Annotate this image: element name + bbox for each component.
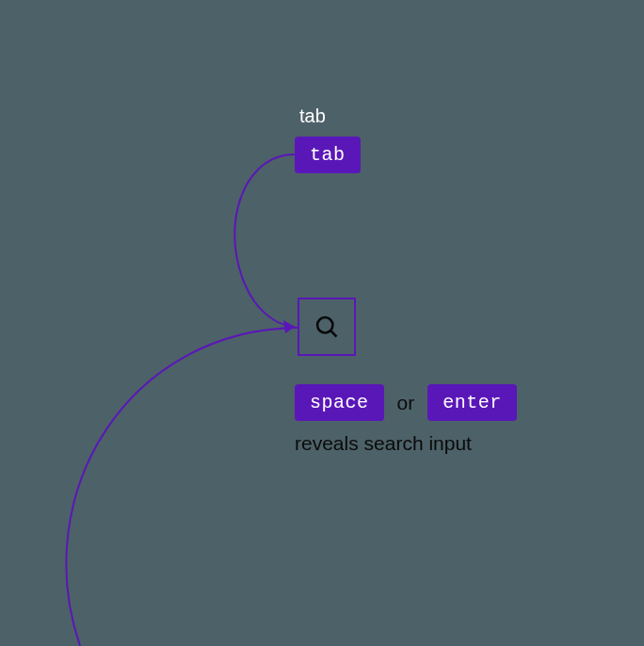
enter-key-badge: enter bbox=[427, 384, 517, 421]
search-button[interactable] bbox=[298, 298, 356, 356]
svg-point-0 bbox=[317, 317, 332, 332]
search-icon bbox=[314, 314, 340, 340]
svg-line-1 bbox=[330, 331, 336, 336]
space-key-badge: space bbox=[295, 384, 384, 421]
result-description: reveals search input bbox=[295, 432, 472, 455]
or-connector: or bbox=[397, 392, 415, 414]
tab-key-badge: tab bbox=[295, 137, 361, 173]
tab-label: tab bbox=[299, 105, 326, 127]
action-keys-row: space or enter bbox=[295, 384, 517, 421]
